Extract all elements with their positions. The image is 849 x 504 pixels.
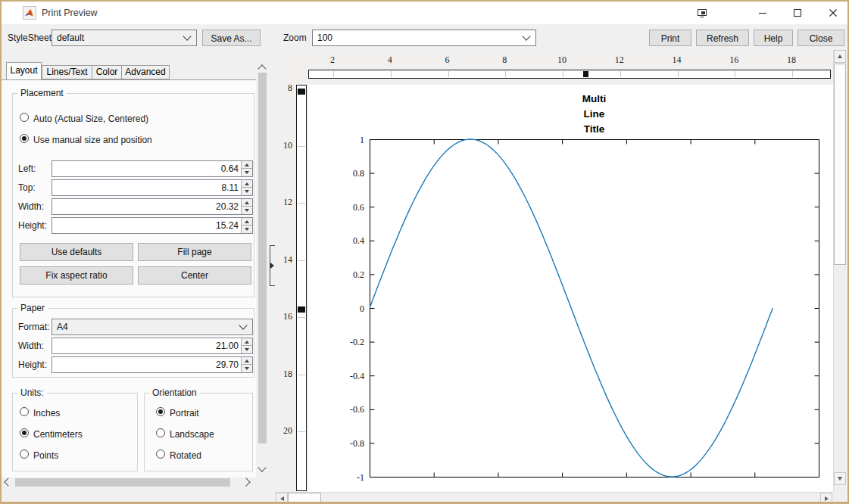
triangle-right-icon — [825, 496, 831, 501]
spin-down-icon[interactable] — [242, 365, 252, 372]
refresh-button[interactable]: Refresh — [696, 30, 749, 46]
h-ruler-tick — [391, 71, 392, 77]
paper-width-row: Width: 21.00 — [2, 338, 256, 354]
panel-hscroll-thumb[interactable] — [15, 478, 230, 487]
close-window-button[interactable] — [819, 2, 847, 24]
print-button[interactable]: Print — [649, 30, 691, 46]
h-ruler-number: 18 — [782, 54, 801, 66]
preview-scroll-up-button[interactable] — [834, 50, 846, 63]
height-field[interactable]: 15.24 — [52, 217, 253, 234]
preview-scroll-right-button[interactable] — [820, 493, 832, 504]
paper-width-field[interactable]: 21.00 — [52, 338, 253, 354]
scroll-left-button[interactable] — [4, 478, 12, 487]
v-ruler-marker-top[interactable] — [298, 89, 305, 95]
spin-up-icon[interactable] — [242, 180, 252, 188]
radio-manual-size[interactable]: Use manual size and position — [2, 134, 244, 145]
tab-layout[interactable]: Layout — [6, 62, 42, 79]
tab-lines-text[interactable]: Lines/Text — [42, 65, 92, 79]
paper-height-value: 29.70 — [216, 357, 239, 372]
spin-down-icon[interactable] — [242, 226, 252, 233]
minimize-button[interactable] — [750, 2, 776, 24]
fill-page-button[interactable]: Fill page — [138, 243, 251, 261]
preview-scroll-down-button[interactable] — [834, 472, 846, 485]
top-field[interactable]: 8.11 — [52, 179, 253, 196]
radio-icon[interactable] — [156, 450, 165, 459]
svg-text:Multi: Multi — [582, 93, 607, 104]
scroll-up-button[interactable] — [258, 64, 267, 72]
left-field-value: 0.64 — [221, 161, 239, 176]
height-field-spinner — [241, 218, 252, 233]
help-button[interactable]: Help — [754, 30, 793, 46]
h-ruler-marker[interactable] — [583, 71, 588, 77]
spin-down-icon[interactable] — [242, 346, 252, 353]
v-ruler-marker-center[interactable] — [298, 306, 305, 313]
maximize-icon — [793, 8, 802, 17]
maximize-button[interactable] — [785, 2, 810, 24]
preview-vertical-scrollbar — [833, 50, 846, 492]
use-defaults-button[interactable]: Use defaults — [20, 243, 133, 261]
fix-aspect-ratio-button[interactable]: Fix aspect ratio — [20, 266, 133, 285]
paper-height-field[interactable]: 29.70 — [52, 356, 253, 373]
format-row: Format: A4 — [2, 319, 256, 335]
h-ruler-number: 14 — [668, 54, 686, 66]
collapse-arrow-icon[interactable] — [270, 263, 274, 269]
paper-format-value: A4 — [57, 319, 68, 334]
tab-color[interactable]: Color — [92, 65, 122, 79]
layout-tab-panel: Placement Auto (Actual Size, Centered) U… — [2, 79, 256, 478]
panel-vscroll-thumb[interactable] — [258, 73, 267, 443]
scroll-down-button[interactable] — [258, 465, 267, 473]
radio-icon[interactable] — [156, 428, 165, 437]
radio-icon[interactable] — [20, 113, 29, 122]
spin-up-icon[interactable] — [242, 199, 252, 207]
h-ruler-number: 12 — [610, 54, 629, 66]
spin-up-icon[interactable] — [242, 218, 252, 226]
spin-down-icon[interactable] — [242, 207, 252, 214]
scroll-right-button[interactable] — [244, 478, 252, 487]
tab-advanced[interactable]: Advanced — [121, 65, 170, 79]
v-ruler-number: 18 — [276, 369, 292, 380]
v-ruler-number: 8 — [276, 82, 292, 94]
left-field[interactable]: 0.64 — [52, 160, 253, 177]
spin-up-icon[interactable] — [242, 161, 252, 169]
close-button[interactable]: Close — [797, 30, 844, 46]
minimize-icon — [758, 8, 767, 17]
spin-up-icon[interactable] — [242, 338, 252, 346]
zoom-combobox[interactable]: 100 — [312, 30, 536, 46]
radio-icon[interactable] — [156, 407, 165, 416]
matlab-logo-icon — [23, 6, 36, 20]
spin-down-icon[interactable] — [242, 188, 252, 195]
zoom-value: 100 — [317, 30, 332, 45]
preview-hscroll-thumb[interactable] — [288, 493, 321, 504]
dock-button[interactable] — [689, 2, 715, 24]
radio-auto-size[interactable]: Auto (Actual Size, Centered) — [2, 113, 244, 123]
radio-icon[interactable] — [20, 134, 29, 143]
spin-up-icon[interactable] — [242, 357, 252, 365]
svg-text:-0.8: -0.8 — [350, 438, 364, 449]
v-ruler-number: 10 — [276, 140, 292, 151]
svg-text:-1: -1 — [357, 472, 364, 483]
radio-manual-label: Use manual size and position — [33, 135, 152, 145]
radio-portrait[interactable]: Portrait — [2, 407, 256, 418]
figure-plot: MultiLineTitle-1-0.8-0.6-0.4-0.200.20.40… — [308, 85, 833, 492]
paper-width-label: Width: — [18, 338, 44, 354]
radio-landscape[interactable]: Landscape — [2, 428, 256, 439]
v-ruler-tick — [298, 431, 305, 432]
spin-down-icon[interactable] — [242, 169, 252, 176]
h-ruler-number: 4 — [381, 54, 399, 66]
center-button[interactable]: Center — [138, 266, 251, 285]
top-field-label: Top: — [18, 179, 36, 196]
radio-rotated[interactable]: Rotated — [2, 450, 256, 460]
radio-rotated-label: Rotated — [170, 450, 201, 461]
stylesheet-select[interactable]: default — [52, 30, 197, 46]
paper-format-select[interactable]: A4 — [52, 319, 253, 335]
preview-scroll-left-button[interactable] — [276, 493, 288, 504]
width-field[interactable]: 20.32 — [52, 198, 253, 215]
h-ruler-tick — [448, 71, 449, 77]
left-field-spinner — [241, 161, 252, 176]
preview-vscroll-thumb[interactable] — [834, 64, 846, 265]
chevron-right-icon — [242, 478, 250, 486]
panel-splitter — [268, 50, 276, 504]
save-as-button[interactable]: Save As... — [202, 30, 261, 46]
svg-text:1: 1 — [360, 135, 364, 145]
h-ruler-number: 6 — [439, 54, 457, 66]
